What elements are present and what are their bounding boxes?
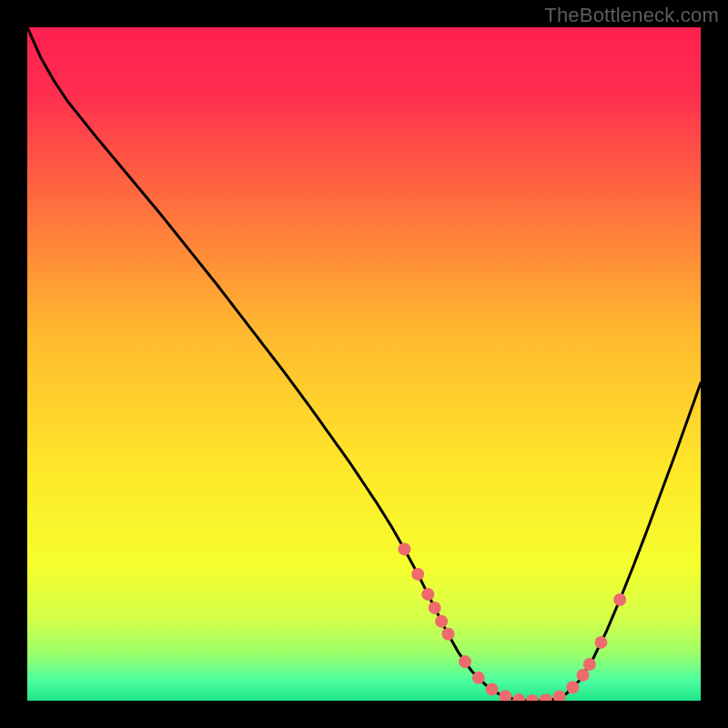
curve-dot <box>583 658 596 671</box>
chart-svg <box>27 27 701 701</box>
curve-dot <box>459 655 471 668</box>
curve-dot <box>613 593 626 606</box>
plot-area <box>27 27 701 701</box>
curve-dot <box>398 543 410 556</box>
curve-dot <box>486 682 499 695</box>
curve-dot <box>472 672 485 684</box>
chart-frame: TheBottleneck.com <box>0 0 728 728</box>
gradient-background <box>27 27 701 701</box>
curve-dot <box>435 615 448 628</box>
curve-dot <box>411 568 424 581</box>
curve-dot <box>577 669 590 682</box>
curve-dot <box>421 588 434 601</box>
curve-dot <box>442 628 455 641</box>
watermark-text: TheBottleneck.com <box>544 4 719 27</box>
curve-dot <box>566 681 579 693</box>
curve-dot <box>594 636 607 649</box>
curve-dot <box>429 602 441 614</box>
